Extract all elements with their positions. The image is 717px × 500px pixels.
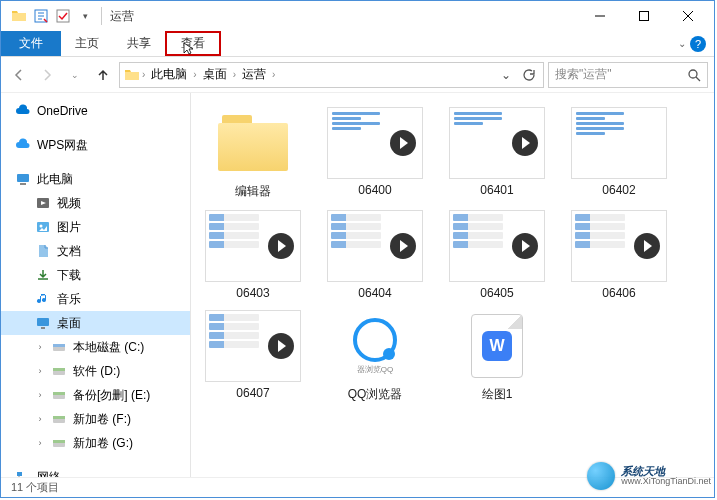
crumb-separator[interactable]: › [231,69,238,80]
tree-thispc[interactable]: 此电脑 [1,167,190,191]
quick-access-toolbar: ▾ [5,8,93,24]
up-button[interactable] [91,63,115,87]
tree-disk-g[interactable]: › 新加卷 (G:) [1,431,190,455]
title-separator [101,7,102,25]
wps-doc-icon: W [471,314,523,378]
tree-disk-d[interactable]: › 软件 (D:) [1,359,190,383]
navigation-tree: OneDrive WPS网盘 此电脑 视频 图片 文档 [1,93,191,479]
svg-rect-16 [53,392,65,395]
item-label: QQ浏览器 [348,386,403,403]
tree-downloads[interactable]: 下载 [1,263,190,287]
item-label: 06406 [602,286,635,300]
explorer-window: ▾ 运营 文件 主页 共享 查看 ⌄ ? ⌄ › [0,0,715,498]
video-thumbnail [571,210,667,282]
disk-icon [51,387,67,403]
item-count: 11 个项目 [11,480,59,495]
music-folder-icon [35,291,51,307]
ribbon-tabs: 文件 主页 共享 查看 ⌄ ? [1,31,714,57]
tab-view[interactable]: 查看 [165,31,221,56]
svg-rect-9 [37,318,49,326]
ribbon-expand-icon[interactable]: ⌄ [678,38,686,49]
item-06406[interactable]: 06406 [567,210,671,300]
tree-onedrive[interactable]: OneDrive [1,99,190,123]
video-thumbnail [571,107,667,179]
svg-rect-14 [53,368,65,371]
svg-rect-10 [41,327,45,329]
doc-thumbnail: W [449,310,545,382]
back-button[interactable] [7,63,31,87]
item-06402[interactable]: 06402 [567,107,671,200]
crumb-desktop[interactable]: 桌面 [199,66,231,83]
expand-icon[interactable]: › [35,366,45,376]
tree-label: 音乐 [57,291,81,308]
expand-icon[interactable]: › [35,414,45,424]
tree-label: 新加卷 (F:) [73,411,131,428]
tree-label: 此电脑 [37,171,73,188]
expand-icon[interactable]: › [35,438,45,448]
maximize-button[interactable] [622,1,666,31]
tree-disk-e[interactable]: › 备份[勿删] (E:) [1,383,190,407]
tab-share[interactable]: 共享 [113,31,165,56]
item-label: 06400 [358,183,391,197]
disk-icon [51,339,67,355]
navigation-bar: ⌄ › 此电脑 › 桌面 › 运营 › ⌄ 搜索"运营" [1,57,714,93]
refresh-icon[interactable] [517,68,539,82]
item-06400[interactable]: 06400 [323,107,427,200]
search-input[interactable]: 搜索"运营" [548,62,708,88]
tree-label: OneDrive [37,104,88,118]
close-button[interactable] [666,1,710,31]
address-dropdown-icon[interactable]: ⌄ [497,68,515,82]
item-wps-doc[interactable]: W 绘图1 [445,310,549,403]
item-06407[interactable]: 06407 [201,310,305,403]
content-pane[interactable]: 编辑器 06400 06401 [191,93,714,479]
video-folder-icon [35,195,51,211]
help-icon[interactable]: ? [690,36,706,52]
body-area: OneDrive WPS网盘 此电脑 视频 图片 文档 [1,93,714,479]
svg-rect-12 [53,344,65,347]
history-dropdown[interactable]: ⌄ [63,63,87,87]
items-grid: 编辑器 06400 06401 [201,107,704,403]
qat-overflow-icon[interactable]: ▾ [77,8,93,24]
tree-disk-f[interactable]: › 新加卷 (F:) [1,407,190,431]
item-label: 绘图1 [482,386,513,403]
item-06405[interactable]: 06405 [445,210,549,300]
tree-pictures[interactable]: 图片 [1,215,190,239]
tree-label: 图片 [57,219,81,236]
minimize-button[interactable] [578,1,622,31]
tree-documents[interactable]: 文档 [1,239,190,263]
svg-point-8 [40,225,43,228]
address-bar[interactable]: › 此电脑 › 桌面 › 运营 › ⌄ [119,62,544,88]
item-label: 06401 [480,183,513,197]
address-actions: ⌄ [497,68,539,82]
svg-rect-21 [17,472,22,476]
video-thumbnail [327,210,423,282]
tree-videos[interactable]: 视频 [1,191,190,215]
crumb-separator[interactable]: › [270,69,277,80]
item-qq-browser[interactable]: 器浏览QQ QQ浏览器 [323,310,427,403]
expand-icon[interactable]: › [35,390,45,400]
item-06401[interactable]: 06401 [445,107,549,200]
crumb-separator[interactable]: › [191,69,198,80]
tab-home[interactable]: 主页 [61,31,113,56]
crumb-current[interactable]: 运营 [238,66,270,83]
tab-file[interactable]: 文件 [1,31,61,56]
tree-music[interactable]: 音乐 [1,287,190,311]
tree-disk-c[interactable]: › 本地磁盘 (C:) [1,335,190,359]
cloud-icon [15,103,31,119]
search-icon[interactable] [687,68,701,82]
crumb-separator[interactable]: › [140,69,147,80]
item-06403[interactable]: 06403 [201,210,305,300]
titlebar: ▾ 运营 [1,1,714,31]
item-folder-editor[interactable]: 编辑器 [201,107,305,200]
svg-rect-1 [57,10,69,22]
crumb-thispc[interactable]: 此电脑 [147,66,191,83]
item-06404[interactable]: 06404 [323,210,427,300]
properties-icon[interactable] [33,8,49,24]
expand-icon[interactable]: › [35,342,45,352]
forward-button[interactable] [35,63,59,87]
tree-desktop[interactable]: 桌面 [1,311,190,335]
tree-label: 软件 (D:) [73,363,120,380]
tree-wps[interactable]: WPS网盘 [1,133,190,157]
window-controls [578,1,710,31]
checkbox-icon[interactable] [55,8,71,24]
